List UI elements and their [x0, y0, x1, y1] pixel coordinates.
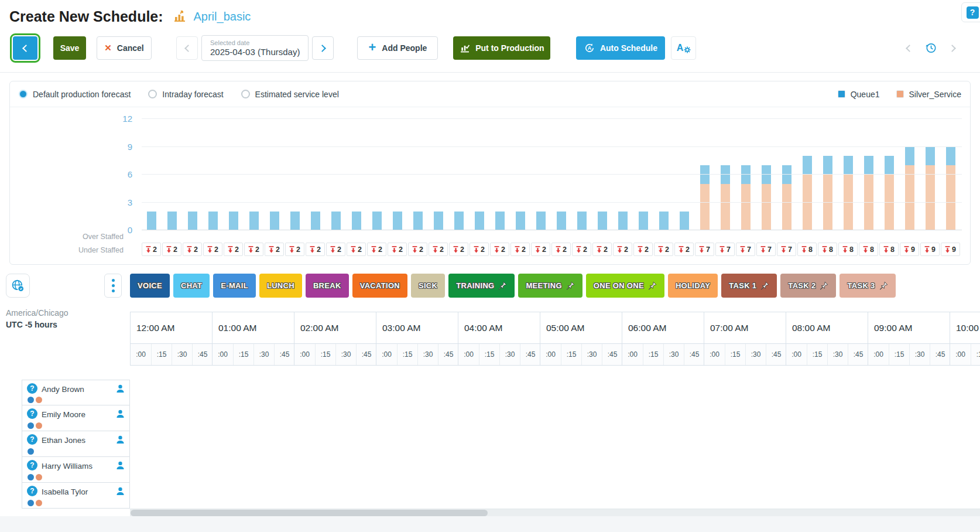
history-forward-icon[interactable] — [948, 45, 956, 52]
under-staffed-cell: 2 — [183, 243, 202, 256]
quarter-row: :00:15:30:45 — [294, 344, 376, 365]
forecast-bar — [700, 165, 710, 230]
under-staffed-cell: 2 — [285, 243, 304, 256]
scrollbar-thumb[interactable] — [131, 510, 488, 516]
activity-button-holiday[interactable]: HOLIDAY — [668, 274, 718, 298]
forecast-option-estimated-service-level[interactable]: Estimated service level — [241, 90, 339, 99]
schedule-name-link[interactable]: April_basic — [194, 10, 251, 23]
under-staffed-cell: 7 — [715, 243, 735, 256]
dot-icon — [112, 284, 115, 287]
cancel-button[interactable]: ✕ Cancel — [97, 36, 152, 60]
assign-person-button[interactable] — [115, 384, 125, 396]
forecast-bar — [659, 212, 669, 230]
quarter-label: :15 — [643, 344, 663, 365]
employee-name-cell[interactable]: ?Emily Moore — [22, 405, 130, 431]
under-staffed-arrow-icon — [597, 246, 602, 253]
employee-schedule-lane[interactable] — [130, 431, 980, 457]
under-staffed-arrow-icon — [228, 246, 233, 253]
save-button[interactable]: Save — [53, 36, 86, 60]
assign-person-button[interactable] — [115, 435, 125, 447]
question-icon[interactable]: ? — [27, 460, 37, 470]
hour-label: 07:00 AM — [704, 312, 786, 344]
history-controls — [905, 42, 971, 54]
assign-person-button[interactable] — [115, 486, 125, 499]
activity-button-task-2[interactable]: TASK 2 — [780, 274, 836, 298]
hour-column-07-00-am: 07:00 AM:00:15:30:45 — [704, 312, 786, 365]
history-clock-icon[interactable] — [924, 42, 937, 54]
activity-button-one-on-one[interactable]: ONE ON ONE — [586, 274, 664, 298]
employee-schedule-lane[interactable] — [130, 405, 980, 431]
put-to-production-button[interactable]: Put to Production — [453, 36, 550, 60]
next-day-button[interactable] — [312, 36, 334, 60]
under-staffed-value: 2 — [317, 245, 321, 254]
under-staffed-value: 2 — [460, 245, 464, 254]
activity-button-chat[interactable]: CHAT — [173, 274, 210, 298]
activity-button-e-mail[interactable]: E-MAIL — [213, 274, 256, 298]
skill-dots — [28, 448, 34, 455]
employee-schedule-lane[interactable] — [130, 483, 980, 509]
auto-schedule-icon: A — [584, 43, 595, 53]
blue-skill-dot — [28, 448, 34, 455]
under-staffed-value: 8 — [870, 245, 874, 254]
legend-item-silver-service[interactable]: Silver_Service — [896, 90, 961, 99]
under-staffed-arrow-icon — [515, 246, 520, 253]
question-icon[interactable]: ? — [27, 434, 37, 445]
employee-name-cell[interactable]: ?Andy Brown — [22, 380, 130, 405]
person-icon — [115, 461, 125, 470]
forecast-option-default-production-forecast[interactable]: Default production forecast — [19, 90, 131, 99]
activity-button-vacation[interactable]: VACATION — [352, 274, 407, 298]
hour-column-12-00-am: 12:00 AM:00:15:30:45 — [130, 312, 212, 365]
employee-name-cell[interactable]: ?Ethan Jones — [22, 431, 130, 457]
history-back-icon[interactable] — [906, 45, 913, 52]
legend-item-queue1[interactable]: Queue1 — [838, 90, 880, 99]
previous-day-button[interactable] — [176, 36, 198, 60]
assign-person-button[interactable] — [115, 461, 125, 473]
forecast-bar — [434, 212, 443, 230]
skill-dots — [28, 474, 42, 480]
activity-button-meeting[interactable]: MEETING — [518, 274, 582, 298]
auto-schedule-button[interactable]: A Auto Schedule — [576, 36, 665, 60]
forecast-bar — [311, 212, 320, 230]
employee-name-cell[interactable]: ?Harry Williams — [22, 457, 130, 483]
quarter-label: :30 — [253, 344, 274, 365]
question-icon[interactable]: ? — [27, 408, 37, 419]
assign-person-button[interactable] — [115, 409, 125, 421]
selected-date-field[interactable]: Selected date 2025-04-03 (Thursday) — [201, 35, 309, 61]
horizontal-scrollbar[interactable] — [130, 509, 980, 516]
activity-button-break[interactable]: BREAK — [306, 274, 349, 298]
quarter-label: :15 — [479, 344, 499, 365]
activity-button-task-3[interactable]: TASK 3 — [839, 274, 895, 298]
activity-button-voice[interactable]: VOICE — [130, 274, 170, 298]
timezone-offset: UTC -5 hours — [6, 319, 68, 330]
add-people-button[interactable]: + Add People — [357, 36, 438, 60]
quarter-label: :15 — [151, 344, 172, 365]
help-button[interactable]: ? — [961, 2, 980, 22]
pin-icon — [760, 281, 769, 290]
question-icon[interactable]: ? — [27, 383, 37, 394]
timezone-button[interactable] — [6, 274, 30, 298]
back-button[interactable] — [13, 36, 37, 60]
under-staffed-arrow-icon — [187, 246, 192, 253]
forecast-option-group: Default production forecastIntraday fore… — [19, 90, 339, 99]
under-staffed-value: 2 — [604, 245, 608, 254]
forecast-option-intraday-forecast[interactable]: Intraday forecast — [148, 90, 223, 99]
activity-button-training[interactable]: TRAINING — [448, 274, 515, 298]
employee-schedule-lane[interactable] — [130, 457, 980, 483]
activity-button-task-1[interactable]: TASK 1 — [721, 274, 777, 298]
forecast-bar — [680, 212, 689, 230]
under-staffed-value: 2 — [481, 245, 485, 254]
employee-name-cell[interactable]: ?Isabella Tylor — [22, 483, 130, 509]
under-staffed-arrow-icon — [801, 246, 807, 253]
under-staffed-cell: 2 — [572, 243, 591, 256]
employee-schedule-lane[interactable] — [130, 380, 980, 405]
plus-icon: + — [368, 41, 376, 54]
blue-skill-dot — [28, 422, 34, 429]
hour-label: 02:00 AM — [294, 312, 376, 344]
question-icon[interactable]: ? — [27, 486, 37, 496]
activity-button-sick[interactable]: SICK — [411, 274, 445, 298]
activity-button-lunch[interactable]: LUNCH — [259, 274, 302, 298]
activity-settings-button[interactable]: A — [671, 36, 696, 60]
quarter-label: :15 — [397, 344, 417, 365]
quarter-label: :00 — [213, 344, 233, 365]
row-options-button[interactable] — [104, 274, 122, 298]
